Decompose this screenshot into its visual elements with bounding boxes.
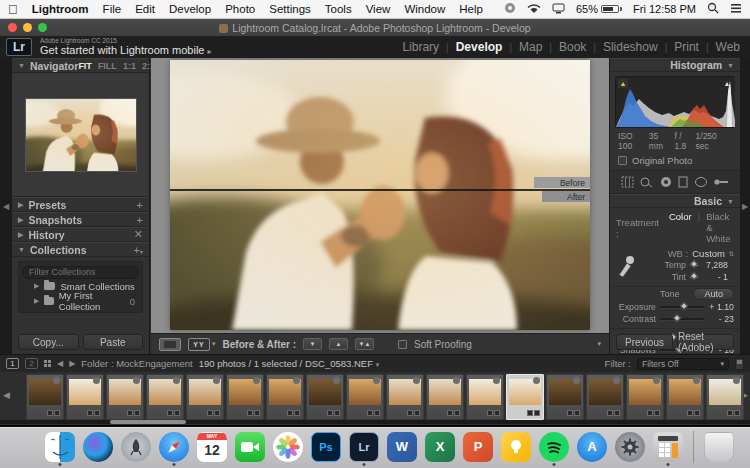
- toolbar-options-dropdown-icon[interactable]: ▾: [597, 340, 601, 348]
- filmstrip-thumbnail-14[interactable]: [546, 374, 584, 420]
- panel-section-presets[interactable]: ▶Presets+: [12, 197, 149, 212]
- lightroom-mobile-promo[interactable]: Get started with Lightroom mobile ▸: [40, 45, 212, 57]
- filmstrip-thumbnail-7[interactable]: [266, 374, 304, 420]
- wb-value-dropdown[interactable]: Custom: [692, 248, 725, 259]
- menu-item-window[interactable]: Window: [404, 3, 445, 15]
- filmstrip-thumbnail-5[interactable]: [186, 374, 224, 420]
- module-tab-slideshow[interactable]: Slideshow: [603, 40, 658, 54]
- selection-status[interactable]: 190 photos / 1 selected / DSC_0583.NEF ▾: [199, 358, 379, 369]
- dock-icon-app-store[interactable]: A: [576, 431, 608, 463]
- module-tab-book[interactable]: Book: [559, 40, 586, 54]
- dock-icon-lightroom[interactable]: Lr: [348, 431, 380, 463]
- navigator-preview[interactable]: [12, 73, 149, 197]
- dock-icon-safari[interactable]: [158, 431, 190, 463]
- dock-icon-facetime[interactable]: [234, 431, 266, 463]
- collection-item[interactable]: ▶My First Collection0: [22, 294, 139, 309]
- notification-center-icon[interactable]: [730, 3, 742, 15]
- dock-icon-launchpad[interactable]: [120, 431, 152, 463]
- treatment-option-blackwhite[interactable]: Black & White: [706, 211, 734, 244]
- shadow-clipping-indicator[interactable]: ▲: [618, 79, 628, 88]
- filmstrip-thumbnail-1[interactable]: [26, 374, 64, 420]
- filmstrip-thumbnail-10[interactable]: [386, 374, 424, 420]
- filmstrip-thumbnail-13[interactable]: [506, 374, 544, 420]
- filmstrip-thumbnail-15[interactable]: [586, 374, 624, 420]
- filmstrip-thumbnail-8[interactable]: [306, 374, 344, 420]
- menu-item-tools[interactable]: Tools: [325, 3, 352, 15]
- menu-item-develop[interactable]: Develop: [169, 3, 211, 15]
- basic-panel-header[interactable]: Basic ▼: [610, 194, 740, 208]
- module-tab-web[interactable]: Web: [716, 40, 740, 54]
- menu-item-edit[interactable]: Edit: [135, 3, 155, 15]
- collections-header[interactable]: ▼ Collections +▾: [12, 242, 149, 257]
- module-tab-develop[interactable]: Develop: [456, 40, 503, 54]
- slider-track[interactable]: [690, 264, 698, 266]
- loupe-view-icon[interactable]: [159, 338, 181, 351]
- panel-section-history[interactable]: ▶History✕: [12, 227, 149, 242]
- menu-item-photo[interactable]: Photo: [225, 3, 255, 15]
- original-photo-checkbox[interactable]: [618, 156, 627, 165]
- slider-thumb[interactable]: [673, 314, 681, 322]
- input-menu-icon[interactable]: [504, 2, 516, 16]
- slider-track[interactable]: [690, 276, 698, 278]
- filter-collections-input[interactable]: [22, 266, 139, 279]
- module-tab-map[interactable]: Map: [519, 40, 542, 54]
- menu-item-settings[interactable]: Settings: [269, 3, 311, 15]
- section-action-button[interactable]: +: [137, 214, 143, 226]
- collapse-left-panel-arrow[interactable]: ◀: [0, 58, 12, 354]
- primary-monitor-button[interactable]: 1: [6, 358, 19, 369]
- menu-item-lightroom[interactable]: Lightroom: [32, 3, 89, 15]
- folder-breadcrumb[interactable]: Folder : MockEngagement: [81, 358, 192, 369]
- crop-tool-icon[interactable]: [620, 175, 636, 189]
- navigator-zoom-fill[interactable]: FILL: [98, 61, 117, 71]
- module-tab-print[interactable]: Print: [674, 40, 699, 54]
- slider-thumb[interactable]: [690, 272, 698, 280]
- grid-view-icon[interactable]: [44, 360, 51, 367]
- highlight-clipping-indicator[interactable]: ▲: [722, 79, 732, 88]
- navigator-zoom-fit[interactable]: FIT: [78, 61, 92, 71]
- dock-icon-photoshop[interactable]: Ps: [310, 431, 342, 463]
- soft-proofing-checkbox[interactable]: [398, 340, 407, 349]
- battery-status[interactable]: 65%: [576, 3, 622, 15]
- previous-photo-arrow[interactable]: ◀: [57, 359, 63, 368]
- filmstrip-scroll-left-arrow[interactable]: ◀: [3, 390, 10, 400]
- menu-item-file[interactable]: File: [103, 3, 122, 15]
- white-balance-eyedropper-icon[interactable]: [616, 254, 636, 278]
- wifi-icon[interactable]: [527, 3, 541, 16]
- copy-settings-button[interactable]: Copy...: [18, 334, 79, 350]
- scrollbar-thumb[interactable]: [110, 420, 186, 424]
- dock-icon-trash[interactable]: [703, 431, 735, 463]
- graduated-filter-icon[interactable]: [676, 175, 690, 189]
- radial-filter-icon[interactable]: [693, 175, 709, 189]
- section-action-button[interactable]: +: [137, 199, 143, 211]
- secondary-monitor-button[interactable]: 2: [25, 358, 38, 369]
- filmstrip-thumbnail-18[interactable]: [706, 374, 744, 420]
- adjustment-brush-icon[interactable]: [712, 175, 730, 189]
- filmstrip-thumbnail-16[interactable]: [626, 374, 664, 420]
- filmstrip-thumbnail-2[interactable]: [66, 374, 104, 420]
- paste-settings-button[interactable]: Paste: [83, 334, 144, 350]
- apple-menu-icon[interactable]: : [8, 3, 18, 16]
- dock-icon-system-preferences[interactable]: [614, 431, 646, 463]
- previous-button[interactable]: Previous: [616, 334, 673, 350]
- histogram-display[interactable]: ▲ ▲: [615, 76, 735, 128]
- module-tab-library[interactable]: Library: [402, 40, 439, 54]
- dock-icon-photos[interactable]: [272, 431, 304, 463]
- wb-dropdown-icon[interactable]: ⇅: [729, 250, 734, 257]
- filmstrip-thumbnail-17[interactable]: [666, 374, 704, 420]
- slider-thumb[interactable]: [689, 260, 697, 268]
- collapse-right-panel-arrow[interactable]: ▶: [740, 58, 750, 354]
- auto-tone-button[interactable]: Auto: [693, 288, 734, 300]
- panel-section-snapshots[interactable]: ▶Snapshots+: [12, 212, 149, 227]
- histogram-header[interactable]: Histogram ▼: [610, 58, 740, 72]
- red-eye-icon[interactable]: [658, 175, 674, 189]
- filmstrip-thumbnail-12[interactable]: [466, 374, 504, 420]
- copy-before-to-after-button[interactable]: ▼: [303, 338, 322, 350]
- expand-triangle-icon[interactable]: ▶: [34, 282, 39, 290]
- navigator-zoom-1-1[interactable]: 1:1: [123, 61, 136, 71]
- menu-item-help[interactable]: Help: [459, 3, 483, 15]
- dock-icon-word[interactable]: W: [386, 431, 418, 463]
- menu-item-view[interactable]: View: [366, 3, 391, 15]
- slider-track[interactable]: [660, 306, 704, 308]
- view-mode-dropdown-icon[interactable]: ▾: [212, 340, 216, 348]
- filter-dropdown[interactable]: Filters Off▾: [637, 358, 729, 370]
